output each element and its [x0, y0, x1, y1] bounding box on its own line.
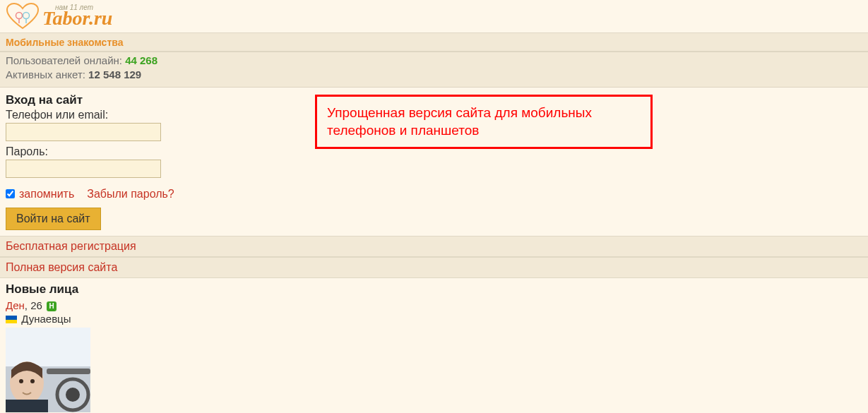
login-input[interactable] [6, 123, 161, 141]
svg-point-0 [16, 13, 23, 19]
svg-rect-5 [6, 328, 90, 366]
svg-point-7 [19, 379, 23, 383]
profile-location-line: Дунаевцы [6, 313, 862, 325]
forgot-password-link[interactable]: Забыли пароль? [87, 188, 174, 200]
svg-point-11 [66, 388, 80, 402]
mobile-title-bar: Мобильные знакомства [0, 32, 868, 52]
profile-name-link[interactable]: Ден [6, 299, 25, 311]
full-version-bar: Полная версия сайта [0, 257, 868, 278]
online-label: Пользователей онлайн: [6, 54, 122, 66]
register-link[interactable]: Бесплатная регистрация [6, 240, 136, 252]
remember-checkbox[interactable] [6, 189, 15, 198]
profile-city: Дунаевцы [21, 313, 71, 325]
svg-point-1 [23, 13, 30, 19]
svg-rect-12 [47, 369, 90, 374]
online-count: 44 268 [125, 54, 157, 66]
login-section: Вход на сайт Телефон или email: Пароль: … [0, 88, 868, 236]
logo-heart-icon [6, 3, 40, 30]
new-faces-section: Новые лица Ден, 26 Н Дунаевцы [0, 278, 868, 414]
register-bar: Бесплатная регистрация [0, 236, 868, 257]
profile-avatar[interactable] [6, 328, 90, 412]
svg-rect-9 [6, 400, 48, 412]
svg-point-8 [30, 379, 35, 383]
remember-label[interactable]: запомнить [19, 188, 74, 200]
remember-row: запомнить Забыли пароль? [6, 188, 862, 200]
profiles-count: 12 548 129 [88, 68, 141, 80]
login-button[interactable]: Войти на сайт [6, 208, 101, 230]
site-name[interactable]: Tabor.ru [42, 7, 112, 30]
profile-age: , 26 [25, 299, 42, 311]
flag-ukraine-icon [6, 316, 17, 323]
mobile-version-callout: Упрощенная версия сайта для мобильных те… [315, 95, 653, 149]
new-faces-title: Новые лица [6, 282, 862, 297]
profiles-label: Активных анкет: [6, 68, 85, 80]
stats-block: Пользователей онлайн: 44 268 Активных ан… [0, 52, 868, 88]
profile-name-line: Ден, 26 Н [6, 299, 862, 311]
full-version-link[interactable]: Полная версия сайта [6, 261, 117, 273]
logo-text-block: нам 11 лет Tabor.ru [42, 4, 112, 30]
mobile-title: Мобильные знакомства [6, 37, 123, 48]
site-header: нам 11 лет Tabor.ru [0, 0, 868, 32]
password-input[interactable] [6, 160, 161, 178]
online-badge-icon: Н [47, 301, 57, 311]
